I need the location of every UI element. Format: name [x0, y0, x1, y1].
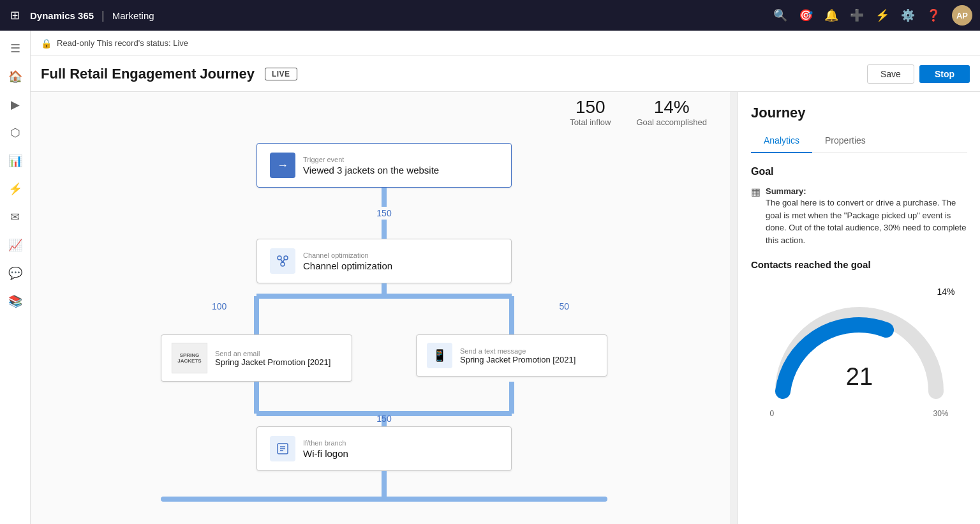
journey-canvas[interactable]: → Trigger event Viewed 3 jackets on the … — [31, 92, 738, 524]
readonly-banner: 🔒 Read-only This record's status: Live — [31, 31, 980, 56]
email-thumb-text: SPRING JACKETS — [172, 352, 207, 364]
bottom-branch-line — [161, 497, 607, 502]
sms-name: Spring Jacket Promotion [2021] — [460, 355, 575, 364]
trigger-name: Viewed 3 jackets on the website — [303, 165, 439, 176]
live-badge: LIVE — [265, 68, 297, 80]
contacts-goal-title: Contacts reached the goal — [751, 259, 967, 270]
gauge-container: 14% 21 0 30% — [751, 280, 967, 424]
gauge-center-number: 21 — [845, 363, 872, 390]
sidebar-mail[interactable]: ✉ — [3, 204, 28, 230]
channel-opt-icon — [270, 248, 295, 274]
sidebar-network[interactable]: ⬡ — [3, 120, 28, 146]
scroll-indicator[interactable] — [730, 92, 738, 524]
gauge-svg: 21 — [770, 302, 949, 404]
sidebar-bar-chart[interactable]: 📈 — [3, 232, 28, 258]
left-sidebar: ☰ 🏠 ▶ ⬡ 📊 ⚡ ✉ 📈 💬 📚 — [0, 31, 31, 524]
plus-icon[interactable]: ➕ — [850, 8, 864, 22]
channel-opt-wrapper: Channel optimization Channel optimizatio… — [256, 239, 512, 283]
panel-title: Journey — [751, 105, 967, 121]
merge-count: 150 — [376, 414, 391, 424]
channel-opt-type: Channel optimization — [303, 251, 392, 259]
email-thumbnail: SPRING JACKETS — [172, 343, 207, 373]
app-title: Dynamics 365 — [30, 10, 94, 21]
gauge-labels: 0 30% — [770, 409, 949, 418]
trigger-content: Trigger event Viewed 3 jackets on the we… — [303, 156, 439, 176]
trigger-icon: → — [270, 153, 295, 178]
stop-button[interactable]: Stop — [919, 65, 970, 83]
trigger-node[interactable]: → Trigger event Viewed 3 jackets on the … — [256, 143, 512, 188]
panel-header: Journey Analytics Properties — [738, 92, 980, 153]
ifthen-node[interactable]: If/then branch Wi-fi logon — [256, 426, 512, 471]
sidebar-send[interactable]: ▶ — [3, 92, 28, 117]
gauge-wrapper: 21 — [770, 302, 949, 404]
branch-count-right: 50 — [559, 301, 569, 311]
tab-properties[interactable]: Properties — [812, 129, 879, 153]
gauge-max-label: 30% — [933, 409, 948, 418]
readonly-text: Read-only This record's status: Live — [57, 38, 188, 48]
summary-text: The goal here is to convert or drive a p… — [766, 198, 966, 245]
panel-tabs: Analytics Properties — [751, 129, 967, 153]
ifthen-icon — [270, 436, 295, 461]
ifthen-name: Wi-fi logon — [303, 448, 348, 459]
summary-row: ▦ Summary: The goal here is to convert o… — [751, 185, 967, 246]
nav-separator: | — [101, 9, 105, 22]
sidebar-chart[interactable]: 📊 — [3, 148, 28, 174]
save-button[interactable]: Save — [867, 64, 914, 84]
sidebar-library[interactable]: 📚 — [3, 288, 28, 314]
sidebar-home[interactable]: 🏠 — [3, 64, 28, 89]
nav-module: Marketing — [112, 10, 154, 21]
branch-nodes-row: SPRING JACKETS Send an email Spring Jack… — [161, 334, 607, 382]
sms-node[interactable]: 📱 Send a text message Spring Jacket Prom… — [416, 334, 607, 377]
connector-line-1 — [382, 188, 387, 207]
trigger-type: Trigger event — [303, 156, 439, 163]
branch-count-left: 100 — [212, 301, 226, 311]
ifthen-content: If/then branch Wi-fi logon — [303, 439, 348, 459]
goal-title: Goal — [751, 166, 967, 177]
header-bar: Full Retail Engagement Journey LIVE Save… — [31, 56, 980, 92]
sidebar-chat[interactable]: 💬 — [3, 260, 28, 286]
nav-right: 🔍 🎯 🔔 ➕ ⚡ ⚙️ ❓ AP — [773, 5, 972, 26]
bell-icon[interactable]: 🔔 — [824, 8, 838, 22]
channel-opt-node[interactable]: Channel optimization Channel optimizatio… — [256, 239, 512, 283]
trigger-node-wrapper: → Trigger event Viewed 3 jackets on the … — [256, 143, 512, 188]
journey-flow: → Trigger event Viewed 3 jackets on the … — [31, 92, 738, 524]
top-nav: ⊞ Dynamics 365 | Marketing 🔍 🎯 🔔 ➕ ⚡ ⚙️ … — [0, 0, 980, 31]
sidebar-lightning[interactable]: ⚡ — [3, 176, 28, 202]
connector-1: 150 — [376, 188, 391, 239]
main-area: 150 Total inflow 14% Goal accomplished →… — [31, 92, 738, 524]
svg-point-2 — [281, 262, 285, 266]
channel-opt-name: Channel optimization — [303, 260, 392, 271]
page-title: Full Retail Engagement Journey — [41, 66, 255, 82]
panel-content: Goal ▦ Summary: The goal here is to conv… — [738, 153, 980, 437]
grid-icon[interactable]: ⊞ — [8, 6, 22, 25]
lock-icon: 🔒 — [41, 38, 52, 49]
settings-icon[interactable]: ⚙️ — [901, 8, 915, 22]
sidebar-hamburger[interactable]: ☰ — [3, 36, 28, 61]
filter-icon[interactable]: ⚡ — [875, 8, 889, 22]
right-panel: Journey Analytics Properties Goal ▦ Summ… — [738, 92, 980, 524]
target-icon[interactable]: 🎯 — [799, 8, 813, 22]
header-actions: Save Stop — [867, 64, 970, 84]
flow-count-1: 150 — [376, 207, 391, 220]
avatar[interactable]: AP — [952, 5, 972, 26]
summary-icon: ▦ — [751, 185, 761, 198]
svg-line-3 — [281, 259, 283, 262]
gauge-percentage-label: 14% — [764, 287, 955, 297]
email-node[interactable]: SPRING JACKETS Send an email Spring Jack… — [161, 334, 352, 382]
sms-icon: 📱 — [427, 343, 452, 368]
search-icon[interactable]: 🔍 — [773, 8, 787, 22]
gauge-min-label: 0 — [770, 409, 775, 418]
email-content: Send an email Spring Jacket Promotion [2… — [215, 350, 330, 367]
sms-content: Send a text message Spring Jacket Promot… — [460, 347, 575, 364]
bottom-connector — [382, 471, 387, 497]
summary-content: Summary: The goal here is to convert or … — [766, 185, 967, 246]
email-name: Spring Jacket Promotion [2021] — [215, 357, 330, 367]
tab-analytics[interactable]: Analytics — [751, 129, 812, 153]
email-branch: SPRING JACKETS Send an email Spring Jack… — [161, 334, 352, 382]
ifthen-wrapper: If/then branch Wi-fi logon — [256, 426, 512, 471]
channel-opt-content: Channel optimization Channel optimizatio… — [303, 251, 392, 271]
help-icon[interactable]: ❓ — [926, 8, 940, 22]
connector-line-1b — [382, 220, 387, 239]
branch-connector-area: 100 50 — [161, 283, 607, 334]
contacts-goal-section: Contacts reached the goal 14% 21 — [751, 259, 967, 424]
